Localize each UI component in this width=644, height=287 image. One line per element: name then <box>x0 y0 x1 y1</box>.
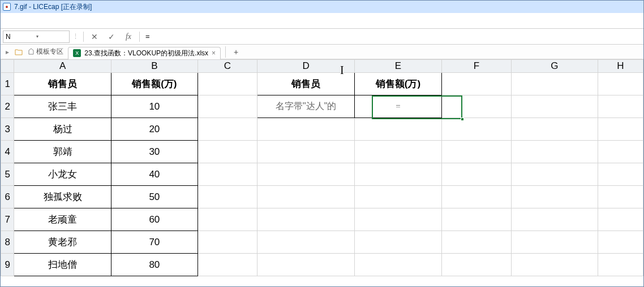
cell-D2[interactable]: 名字带"达人"的 <box>257 95 355 118</box>
cell-H2[interactable] <box>598 95 643 118</box>
confirm-button[interactable]: ✓ <box>103 31 120 43</box>
tab-close-button[interactable]: × <box>212 49 216 57</box>
cell-B7[interactable]: 60 <box>111 208 198 231</box>
cell-E8[interactable] <box>355 231 441 254</box>
cell-F6[interactable] <box>441 186 512 208</box>
cell-H4[interactable] <box>598 141 643 163</box>
cell-F1[interactable] <box>441 73 512 95</box>
cell-E6[interactable] <box>355 186 441 208</box>
cell-B9[interactable]: 80 <box>111 254 198 276</box>
col-header-B[interactable]: B <box>111 60 198 73</box>
cell-B6[interactable]: 50 <box>111 186 198 208</box>
row-header-1[interactable]: 1 <box>1 73 14 95</box>
cell-C4[interactable] <box>198 141 257 163</box>
cell-G5[interactable] <box>512 163 598 186</box>
cell-C9[interactable] <box>198 254 257 276</box>
cell-C1[interactable] <box>198 73 257 95</box>
spreadsheet-grid[interactable]: A B C D E F G H 1 销售员 销售额(万) 销售员 销售额(万) <box>1 59 643 286</box>
fx-button[interactable]: fx <box>120 31 137 43</box>
cell-H9[interactable] <box>598 254 643 276</box>
folder-icon[interactable] <box>14 48 23 56</box>
cell-A3[interactable]: 杨过 <box>14 118 111 141</box>
cell-E7[interactable] <box>355 208 441 231</box>
name-box[interactable]: N ▾ <box>3 31 70 43</box>
cell-H5[interactable] <box>598 163 643 186</box>
cell-G1[interactable] <box>512 73 598 95</box>
col-header-G[interactable]: G <box>512 60 598 73</box>
row-header-4[interactable]: 4 <box>1 141 14 163</box>
col-header-F[interactable]: F <box>441 60 512 73</box>
cell-F4[interactable] <box>441 141 512 163</box>
cell-B2[interactable]: 10 <box>111 95 198 118</box>
col-header-D[interactable]: D <box>257 60 355 73</box>
cell-C5[interactable] <box>198 163 257 186</box>
cell-E5[interactable] <box>355 163 441 186</box>
row-header-8[interactable]: 8 <box>1 231 14 254</box>
name-box-dropdown-icon[interactable]: ▾ <box>36 34 67 39</box>
cell-D8[interactable] <box>257 231 355 254</box>
cell-H1[interactable] <box>598 73 643 95</box>
col-header-H[interactable]: H <box>598 60 643 73</box>
cell-F7[interactable] <box>441 208 512 231</box>
cell-F9[interactable] <box>441 254 512 276</box>
cell-F8[interactable] <box>441 231 512 254</box>
cell-C2[interactable] <box>198 95 257 118</box>
cell-E2-edit-input[interactable] <box>355 96 440 117</box>
cell-C8[interactable] <box>198 231 257 254</box>
cell-A6[interactable]: 独孤求败 <box>14 186 111 208</box>
row-header-3[interactable]: 3 <box>1 118 14 141</box>
cell-A2[interactable]: 张三丰 <box>14 95 111 118</box>
cell-E2[interactable] <box>355 95 441 118</box>
cell-H6[interactable] <box>598 186 643 208</box>
cell-B1[interactable]: 销售额(万) <box>111 73 198 95</box>
cell-E1[interactable]: 销售额(万) <box>355 73 441 95</box>
row-header-9[interactable]: 9 <box>1 254 14 276</box>
row-header-2[interactable]: 2 <box>1 95 14 118</box>
col-header-C[interactable]: C <box>198 60 257 73</box>
select-all-corner[interactable] <box>1 60 14 73</box>
cell-A4[interactable]: 郭靖 <box>14 141 111 163</box>
cell-E4[interactable] <box>355 141 441 163</box>
cell-A9[interactable]: 扫地僧 <box>14 254 111 276</box>
cell-C6[interactable] <box>198 186 257 208</box>
row-header-5[interactable]: 5 <box>1 163 14 186</box>
cell-E9[interactable] <box>355 254 441 276</box>
cell-B5[interactable]: 40 <box>111 163 198 186</box>
cell-F3[interactable] <box>441 118 512 141</box>
cell-G7[interactable] <box>512 208 598 231</box>
cell-F5[interactable] <box>441 163 512 186</box>
cell-A8[interactable]: 黄老邪 <box>14 231 111 254</box>
cell-A5[interactable]: 小龙女 <box>14 163 111 186</box>
cell-D9[interactable] <box>257 254 355 276</box>
cell-G3[interactable] <box>512 118 598 141</box>
cell-G8[interactable] <box>512 231 598 254</box>
cancel-button[interactable]: ✕ <box>86 31 103 43</box>
row-header-7[interactable]: 7 <box>1 208 14 231</box>
cell-E3[interactable] <box>355 118 441 141</box>
cell-G4[interactable] <box>512 141 598 163</box>
cell-D3[interactable] <box>257 118 355 141</box>
template-area-button[interactable]: 模板专区 <box>25 47 66 56</box>
cell-H7[interactable] <box>598 208 643 231</box>
dots-icon[interactable]: ⋮ <box>71 31 80 43</box>
cell-B4[interactable]: 30 <box>111 141 198 163</box>
cell-G9[interactable] <box>512 254 598 276</box>
cell-H3[interactable] <box>598 118 643 141</box>
add-tab-button[interactable]: + <box>230 46 242 58</box>
cell-D1[interactable]: 销售员 <box>257 73 355 95</box>
cell-C3[interactable] <box>198 118 257 141</box>
nav-back-icon[interactable]: ▸ <box>3 48 12 56</box>
cell-A1[interactable]: 销售员 <box>14 73 111 95</box>
cell-A7[interactable]: 老顽童 <box>14 208 111 231</box>
col-header-A[interactable]: A <box>14 60 111 73</box>
cell-H8[interactable] <box>598 231 643 254</box>
cell-D7[interactable] <box>257 208 355 231</box>
row-header-6[interactable]: 6 <box>1 186 14 208</box>
col-header-E[interactable]: E <box>355 60 441 73</box>
formula-input[interactable] <box>142 31 643 43</box>
cell-D6[interactable] <box>257 186 355 208</box>
cell-C7[interactable] <box>198 208 257 231</box>
cell-D4[interactable] <box>257 141 355 163</box>
cell-D5[interactable] <box>257 163 355 186</box>
file-tab[interactable]: X 23.查找函数：VLOOKUP的初级用法.xlsx × <box>68 47 221 59</box>
